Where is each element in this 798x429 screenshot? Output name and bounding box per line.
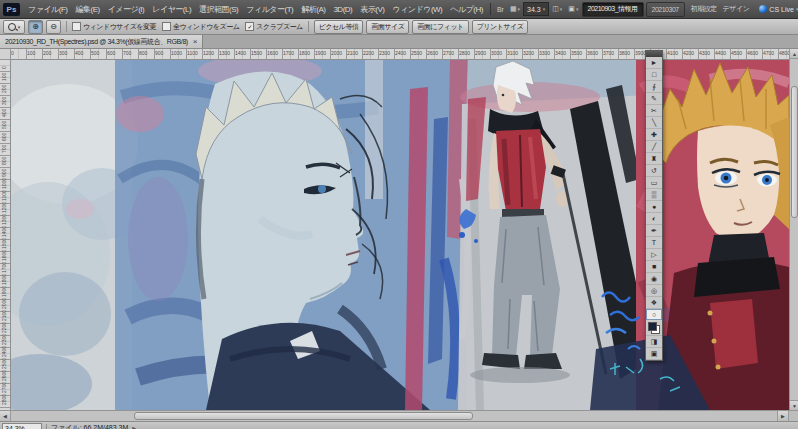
zoom-level-control[interactable]: 34.3 ▾ <box>523 2 549 16</box>
blur-tool[interactable]: ● <box>646 201 662 213</box>
arrange-documents-icon[interactable]: ◫▾ <box>549 5 565 13</box>
tool-preset-picker[interactable]: ▾ <box>3 20 25 34</box>
eraser-tool[interactable]: ▭ <box>646 177 662 189</box>
rectangular-marquee-tool-icon: □ <box>652 71 656 78</box>
rectangle-tool[interactable]: ■ <box>646 261 662 273</box>
vertical-scrollbar[interactable]: ▲ ▼ <box>789 49 798 410</box>
option-button-3[interactable]: プリントサイズ <box>472 20 529 34</box>
workspace-link-1[interactable]: デザイン <box>720 4 753 14</box>
ruler-h-label: 3100 <box>507 50 518 56</box>
foreground-background-colors[interactable] <box>646 321 662 336</box>
workspace-link-0[interactable]: 初期設定 <box>688 4 720 14</box>
pen-tool[interactable]: ✒ <box>646 225 662 237</box>
workspace-tab-0[interactable]: 20210903_情報用 <box>582 2 644 17</box>
workspace-links: 初期設定デザイン <box>688 4 753 14</box>
dodge-tool[interactable]: ◐ <box>646 213 662 225</box>
bridge-icon-glyph: Br <box>497 6 504 13</box>
lasso-tool[interactable]: ∮ <box>646 81 662 93</box>
ruler-v-label: 600 <box>1 133 7 141</box>
checkbox-icon <box>162 22 171 31</box>
bridge-icon[interactable]: Br <box>494 6 507 13</box>
zoom-tool-icon <box>8 23 16 31</box>
vertical-scroll-track[interactable] <box>790 59 798 400</box>
menu-item-7[interactable]: 3D(D) <box>329 5 356 14</box>
close-icon[interactable]: × <box>193 37 197 46</box>
view-extras-icon[interactable]: ▦▾ <box>507 5 523 13</box>
menu-item-0[interactable]: ファイル(F) <box>24 4 71 15</box>
cs-live-globe-icon <box>759 5 767 13</box>
foreground-color-swatch[interactable] <box>648 322 657 331</box>
menu-item-6[interactable]: 解析(A) <box>297 4 329 15</box>
ruler-v-label: 2200 <box>1 322 7 333</box>
vertical-scroll-thumb[interactable] <box>791 86 798 218</box>
option-checkbox-0[interactable]: ウィンドウサイズを変更 <box>72 22 156 32</box>
move-tool[interactable]: ► <box>646 57 662 69</box>
screen-mode-button[interactable]: ▣ <box>646 348 662 360</box>
ruler-h-label: 0 <box>11 50 14 56</box>
crop-tool[interactable]: ✂ <box>646 105 662 117</box>
option-checkbox-2[interactable]: ✓スクラブズーム <box>245 22 302 32</box>
gradient-tool[interactable]: ▒ <box>646 189 662 201</box>
cs-live-button[interactable]: CS Live ▾ <box>755 5 798 13</box>
quick-mask-button[interactable]: ◨ <box>646 336 662 348</box>
option-button-2[interactable]: 画面にフィット <box>412 20 468 34</box>
history-brush-tool[interactable]: ↺ <box>646 165 662 177</box>
eyedropper-tool[interactable]: ╲ <box>646 117 662 129</box>
horizontal-scroll-track[interactable] <box>11 411 777 421</box>
document-tab[interactable]: 20210930_RD_TH(Spectres).psd @ 34.3%(仮線画… <box>0 35 203 48</box>
photoshop-logo-icon[interactable]: Ps <box>3 3 20 16</box>
3d-camera-rotate-tool[interactable]: ◎ <box>646 285 662 297</box>
pen-tool-icon: ✒ <box>651 227 657 234</box>
status-document-info: ファイル: 66.2M/483.3M <box>51 423 128 429</box>
ruler-h-label: 2600 <box>427 50 438 56</box>
ruler-vertical: 0100200300400500600700800900100011001200… <box>0 59 11 410</box>
zoom-out-toggle[interactable]: ⊖ <box>46 20 61 34</box>
spot-healing-brush-tool-icon: ✚ <box>651 131 657 138</box>
ruler-h-label: 2800 <box>459 50 470 56</box>
rectangular-marquee-tool[interactable]: □ <box>646 69 662 81</box>
ruler-h-label: 2700 <box>443 50 454 56</box>
scroll-down-icon[interactable]: ▼ <box>790 400 798 410</box>
scroll-up-icon[interactable]: ▲ <box>790 49 798 59</box>
menu-item-8[interactable]: 表示(V) <box>356 4 388 15</box>
status-zoom-field[interactable]: 34.3% <box>2 423 42 429</box>
zoom-tool[interactable]: ○ <box>646 309 662 321</box>
zoom-in-toggle[interactable]: ⊕ <box>28 20 43 34</box>
ruler-v-label: 2700 <box>1 382 7 393</box>
status-flyout-icon[interactable]: ▶ <box>132 425 136 429</box>
ruler-v-label: 800 <box>1 157 7 165</box>
clone-stamp-tool[interactable]: ♜ <box>646 153 662 165</box>
menubar-separator <box>490 3 491 15</box>
3d-object-rotate-tool[interactable]: ◉ <box>646 273 662 285</box>
scroll-right-icon[interactable]: ▶ <box>777 411 788 421</box>
brush-tool[interactable]: ╱ <box>646 141 662 153</box>
menu-item-9[interactable]: ウィンドウ(W) <box>388 4 446 15</box>
ruler-h-label: 2500 <box>411 50 422 56</box>
option-button-0[interactable]: ピクセル等倍 <box>314 20 364 34</box>
chevron-down-icon: ▾ <box>18 24 21 30</box>
horizontal-scrollbar[interactable]: ◀ ▶ <box>0 410 798 421</box>
quick-selection-tool[interactable]: ✎ <box>646 93 662 105</box>
zoom-level-value: 34.3 <box>527 6 541 13</box>
ruler-v-label: 900 <box>1 169 7 177</box>
ruler-h-label: 2000 <box>331 50 342 56</box>
path-selection-tool[interactable]: ▷ <box>646 249 662 261</box>
canvas[interactable] <box>10 59 789 410</box>
menu-item-10[interactable]: ヘルプ(H) <box>446 4 487 15</box>
menu-item-1[interactable]: 編集(E) <box>71 4 103 15</box>
type-tool[interactable]: T <box>646 237 662 249</box>
clone-stamp-tool-icon: ♜ <box>651 155 657 162</box>
horizontal-scroll-thumb[interactable] <box>134 412 473 420</box>
option-button-1[interactable]: 画面サイズ <box>366 20 409 34</box>
ruler-h-label: 1400 <box>235 50 246 56</box>
menu-item-4[interactable]: 選択範囲(S) <box>195 4 242 15</box>
screen-mode-icon[interactable]: ▣▾ <box>565 5 581 13</box>
scroll-left-icon[interactable]: ◀ <box>0 411 11 421</box>
menu-item-3[interactable]: レイヤー(L) <box>148 4 195 15</box>
hand-tool[interactable]: ❖ <box>646 297 662 309</box>
spot-healing-brush-tool[interactable]: ✚ <box>646 129 662 141</box>
option-checkbox-1[interactable]: 全ウィンドウをズーム <box>162 22 239 32</box>
menu-item-2[interactable]: イメージ(I) <box>104 4 149 15</box>
menu-item-5[interactable]: フィルター(T) <box>242 4 297 15</box>
workspace-tab-1[interactable]: 20210307 <box>646 2 685 17</box>
